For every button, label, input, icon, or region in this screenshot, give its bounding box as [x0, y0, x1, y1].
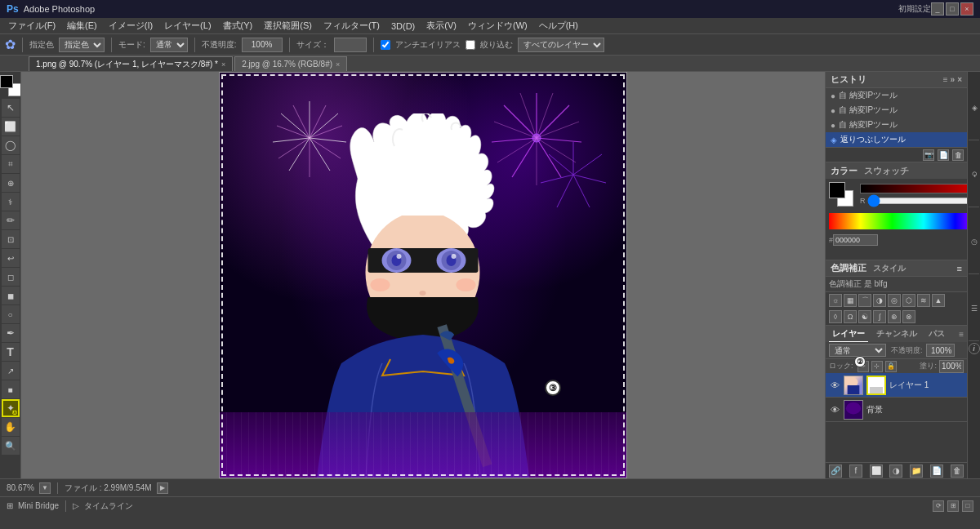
adj-bw[interactable]: ▲	[932, 294, 945, 307]
tab-1[interactable]: 1.png @ 90.7% (レイヤー 1, レイヤーマスク/8#) * ×	[29, 56, 233, 71]
layer-fx[interactable]: f	[849, 465, 862, 478]
adj-exposure[interactable]: ◑	[873, 294, 886, 307]
tool-hand[interactable]: ✋	[2, 418, 20, 436]
r-slider[interactable]	[867, 198, 973, 204]
style-tab[interactable]: スタイル	[873, 263, 906, 274]
tool-path-select[interactable]: ↗	[2, 362, 20, 380]
layer-1-visibility[interactable]: 👁	[829, 380, 840, 391]
right-icon-1[interactable]: ◈	[969, 75, 979, 140]
canvas-area[interactable]: ③	[21, 72, 825, 478]
r-gradient[interactable]	[860, 184, 980, 193]
right-icon-4[interactable]: ☰	[969, 276, 979, 341]
adj-menu-icon[interactable]: ≡	[957, 264, 962, 273]
sync-icon[interactable]: ⟳	[933, 500, 944, 512]
layer-base-visibility[interactable]: 👁	[829, 404, 840, 416]
arrange-icon[interactable]: ⊞	[947, 500, 959, 512]
menu-layer[interactable]: レイヤー(L)	[159, 18, 216, 33]
opacity-input[interactable]	[242, 38, 283, 52]
tool-gradient[interactable]: ◼	[2, 287, 20, 305]
tab-2[interactable]: 2.jpg @ 16.7% (RGB/8#) ×	[234, 56, 347, 71]
tool-eyedropper[interactable]: ⊕	[2, 174, 20, 192]
history-close-icon[interactable]: ×	[957, 75, 962, 84]
tool-magic-wand[interactable]: ✦ ①	[2, 399, 20, 417]
layers-tab[interactable]: レイヤー	[829, 327, 868, 342]
layer-link[interactable]: 🔗	[829, 465, 842, 478]
hex-input[interactable]	[833, 234, 878, 246]
zoom-options[interactable]: ▼	[39, 482, 51, 494]
tool-lasso[interactable]: ◯	[2, 136, 20, 154]
file-info-arrow[interactable]: ▶	[157, 482, 168, 494]
menu-filter[interactable]: フィルター(T)	[318, 18, 385, 33]
adj-photo-filter[interactable]: ◊	[829, 310, 842, 323]
tool-zoom[interactable]: 🔍	[2, 437, 20, 455]
tool-brush[interactable]: ✏	[2, 211, 20, 229]
adj-levels[interactable]: ▦	[844, 294, 857, 307]
layer-delete[interactable]: 🗑	[951, 465, 964, 478]
history-menu-icon[interactable]: ≡	[943, 75, 948, 84]
history-item-3[interactable]: ◈ 返りつぶしツール	[826, 132, 967, 147]
paths-tab[interactable]: パス	[925, 327, 948, 341]
fg-swatch[interactable]	[829, 182, 845, 198]
fg-bg-swatches[interactable]	[829, 182, 853, 207]
history-expand-icon[interactable]: »	[951, 75, 956, 84]
history-item-1[interactable]: ● 自 納変IPツール	[826, 103, 967, 118]
right-icon-3[interactable]: ◷	[969, 209, 979, 274]
canvas-image[interactable]: ③	[219, 72, 627, 478]
foreground-color[interactable]	[0, 75, 13, 88]
layer-item-base[interactable]: 👁 背景	[826, 398, 967, 422]
maximize-button[interactable]: □	[946, 2, 959, 16]
adj-posterize[interactable]: ⊕	[888, 310, 901, 323]
menu-view[interactable]: 表示(V)	[421, 18, 461, 33]
right-icon-2[interactable]: ⟳	[969, 142, 979, 207]
tool-pen[interactable]: ✒	[2, 324, 20, 342]
history-new-snapshot[interactable]: 📷	[923, 149, 934, 161]
opacity-input[interactable]	[926, 344, 955, 357]
history-delete[interactable]: 🗑	[952, 149, 964, 161]
mode-select[interactable]: 通常	[150, 38, 188, 52]
menu-edit[interactable]: 編集(E)	[62, 18, 102, 33]
tool-text[interactable]: T	[2, 343, 20, 361]
info-icon[interactable]: i	[969, 343, 980, 354]
close-button[interactable]: ×	[960, 2, 973, 16]
title-bar-controls[interactable]: _ □ ×	[931, 2, 973, 16]
adj-threshold[interactable]: ⊗	[902, 310, 915, 323]
adj-color-lookup[interactable]: ☯	[858, 310, 871, 323]
layer-group[interactable]: 📁	[910, 465, 923, 478]
tool-stamp[interactable]: ⊡	[2, 230, 20, 248]
layer-adj-btn[interactable]: ◑	[889, 465, 902, 478]
menu-window[interactable]: ウィンドウ(W)	[463, 18, 532, 33]
tool-rect-select[interactable]: ⬜	[2, 118, 20, 136]
blend-mode-select[interactable]: 通常	[829, 344, 886, 357]
tool-history-brush[interactable]: ↩	[2, 249, 20, 267]
size-input[interactable]: 32	[334, 38, 367, 52]
adj-curves[interactable]: ⌒	[858, 294, 871, 307]
tab-1-close[interactable]: ×	[221, 60, 225, 69]
screen-mode-icon[interactable]: □	[962, 500, 973, 512]
tab-2-close[interactable]: ×	[336, 60, 340, 69]
layers-menu-icon[interactable]: ≡	[959, 330, 964, 339]
tool-crop[interactable]: ⌗	[2, 155, 20, 173]
layer-item-1[interactable]: 👁 レイヤー 1	[826, 373, 967, 398]
channels-tab[interactable]: チャンネル	[873, 327, 920, 341]
tool-shape[interactable]: ■	[2, 380, 20, 398]
adj-brightness[interactable]: ☼	[829, 294, 842, 307]
menu-select[interactable]: 選択範囲(S)	[259, 18, 317, 33]
menu-help[interactable]: ヘルプ(H)	[534, 18, 583, 33]
menu-3d[interactable]: 3D(D)	[386, 20, 420, 33]
refine-checkbox[interactable]	[466, 40, 475, 50]
menu-image[interactable]: イメージ(I)	[104, 18, 158, 33]
menu-format[interactable]: 書式(Y)	[218, 18, 258, 33]
history-item-0[interactable]: ● 自 納変IPツール	[826, 88, 967, 103]
lock-all[interactable]: 🔒	[885, 361, 897, 372]
layers-select-opt[interactable]: すべてのレイヤー	[518, 38, 604, 52]
tool-move[interactable]: ↖	[2, 99, 20, 117]
history-item-2[interactable]: ● 自 納変IPツール	[826, 118, 967, 132]
tool-dodge[interactable]: ○	[2, 305, 20, 323]
adj-channel-mixer[interactable]: Ω	[844, 310, 857, 323]
antialias-checkbox[interactable]	[381, 40, 390, 50]
adj-color-balance[interactable]: ≋	[917, 294, 930, 307]
tool-healing[interactable]: ⚕	[2, 193, 20, 211]
minimize-button[interactable]: _	[931, 2, 944, 16]
color-spectrum[interactable]	[829, 213, 980, 229]
adj-hue-sat[interactable]: ⬡	[902, 294, 915, 307]
